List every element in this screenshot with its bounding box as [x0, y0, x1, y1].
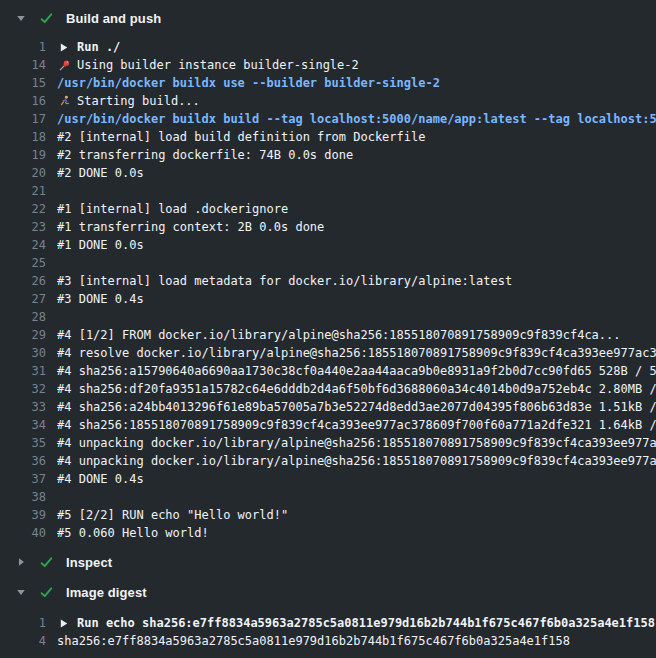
line-text-content: #4 unpacking docker.io/library/alpine@sh…	[57, 436, 656, 450]
section-image-digest: Image digest 1Run echo sha256:e7ff8834a5…	[0, 578, 656, 656]
line-text: #4 resolve docker.io/library/alpine@sha2…	[57, 346, 656, 360]
line-text: Starting build...	[57, 94, 656, 108]
line-text-content: #2 [internal] load build definition from…	[57, 130, 425, 144]
chevron-down-icon	[15, 587, 27, 597]
line-text: #4 sha256:df20fa9351a15782c64e6dddb2d4a6…	[57, 382, 656, 396]
line-text: #4 unpacking docker.io/library/alpine@sh…	[57, 454, 656, 468]
line-text-content: Run echo sha256:e7ff8834a5963a2785c5a081…	[77, 616, 655, 630]
log-line: 37#4 DONE 0.4s	[0, 470, 656, 488]
line-text-content: #1 [internal] load .dockerignore	[57, 202, 288, 216]
line-number[interactable]: 37	[0, 472, 46, 486]
log-line: 18#2 [internal] load build definition fr…	[0, 128, 656, 146]
line-number[interactable]: 33	[0, 400, 46, 414]
section-header-build-and-push[interactable]: Build and push	[0, 4, 656, 32]
line-number[interactable]: 23	[0, 220, 46, 234]
line-number[interactable]: 36	[0, 454, 46, 468]
success-check-icon	[39, 555, 54, 570]
line-text-content: #5 0.060 Hello world!	[57, 526, 209, 540]
section-build-and-push: Build and push 1Run ./14Using builder in…	[0, 4, 656, 548]
log-line: 39#5 [2/2] RUN echo "Hello world!"	[0, 506, 656, 524]
success-check-icon	[39, 585, 54, 600]
line-number[interactable]: 28	[0, 310, 46, 324]
log-line: 14Using builder instance builder-single-…	[0, 56, 656, 74]
line-number[interactable]: 20	[0, 166, 46, 180]
line-text: #2 transferring dockerfile: 74B 0.0s don…	[57, 148, 656, 162]
line-number[interactable]: 16	[0, 94, 46, 108]
log-line: 16Starting build...	[0, 92, 656, 110]
log-line: 32#4 sha256:df20fa9351a15782c64e6dddb2d4…	[0, 380, 656, 398]
log-line: 21	[0, 182, 656, 200]
line-text-content: #5 [2/2] RUN echo "Hello world!"	[57, 508, 288, 522]
line-number[interactable]: 35	[0, 436, 46, 450]
success-check-icon	[39, 11, 54, 26]
line-number[interactable]: 32	[0, 382, 46, 396]
log-line: 36#4 unpacking docker.io/library/alpine@…	[0, 452, 656, 470]
line-number[interactable]: 19	[0, 148, 46, 162]
line-text: #4 sha256:185518070891758909c9f839cf4ca3…	[57, 418, 656, 432]
line-number[interactable]: 40	[0, 526, 46, 540]
log-line: 34#4 sha256:185518070891758909c9f839cf4c…	[0, 416, 656, 434]
line-text: Using builder instance builder-single-2	[57, 58, 656, 72]
play-icon[interactable]	[57, 42, 71, 53]
line-number[interactable]: 18	[0, 130, 46, 144]
play-icon[interactable]	[57, 618, 71, 629]
line-number[interactable]: 1	[0, 40, 46, 54]
line-text: Run ./	[57, 40, 656, 54]
log-line: 23#1 transferring context: 2B 0.0s done	[0, 218, 656, 236]
line-text-content: #1 DONE 0.0s	[57, 238, 144, 252]
log-line: 19#2 transferring dockerfile: 74B 0.0s d…	[0, 146, 656, 164]
log-line: 1Run echo sha256:e7ff8834a5963a2785c5a08…	[0, 614, 656, 632]
line-text-content: #3 [internal] load metadata for docker.i…	[57, 274, 512, 288]
line-number[interactable]: 1	[0, 616, 46, 630]
line-text-content: sha256:e7ff8834a5963a2785c5a0811e979d16b…	[57, 634, 570, 648]
log-line: 4sha256:e7ff8834a5963a2785c5a0811e979d16…	[0, 632, 656, 650]
line-text-content: /usr/bin/docker buildx use --builder bui…	[57, 76, 440, 90]
line-number[interactable]: 26	[0, 274, 46, 288]
log-line: 1Run ./	[0, 38, 656, 56]
section-header-inspect[interactable]: Inspect	[0, 548, 656, 576]
line-number[interactable]: 38	[0, 490, 46, 504]
line-text: #4 sha256:a24bb4013296f61e89ba57005a7b3e…	[57, 400, 656, 414]
line-text: #4 sha256:a15790640a6690aa1730c38cf0a440…	[57, 364, 656, 378]
line-number[interactable]: 24	[0, 238, 46, 252]
log-line: 15/usr/bin/docker buildx use --builder b…	[0, 74, 656, 92]
line-text-content: #2 DONE 0.0s	[57, 166, 144, 180]
line-number[interactable]: 31	[0, 364, 46, 378]
line-number[interactable]: 39	[0, 508, 46, 522]
line-text: Run echo sha256:e7ff8834a5963a2785c5a081…	[57, 616, 656, 630]
line-text-content: #4 DONE 0.4s	[57, 472, 144, 486]
log-line: 31#4 sha256:a15790640a6690aa1730c38cf0a4…	[0, 362, 656, 380]
section-header-image-digest[interactable]: Image digest	[0, 578, 656, 606]
line-number[interactable]: 34	[0, 418, 46, 432]
line-text: #4 [1/2] FROM docker.io/library/alpine@s…	[57, 328, 656, 342]
line-text-content: #4 sha256:a15790640a6690aa1730c38cf0a440…	[57, 364, 656, 378]
chevron-down-icon	[15, 13, 27, 23]
line-number[interactable]: 29	[0, 328, 46, 342]
chevron-right-icon	[15, 557, 27, 567]
log-line: 30#4 resolve docker.io/library/alpine@sh…	[0, 344, 656, 362]
workflow-log-viewer: Build and push 1Run ./14Using builder in…	[0, 0, 656, 656]
line-number[interactable]: 14	[0, 58, 46, 72]
line-text-content: #4 resolve docker.io/library/alpine@sha2…	[57, 346, 656, 360]
line-text: #3 [internal] load metadata for docker.i…	[57, 274, 656, 288]
line-number[interactable]: 22	[0, 202, 46, 216]
log-lines-build-and-push: 1Run ./14Using builder instance builder-…	[0, 32, 656, 548]
line-text-content: /usr/bin/docker buildx build --tag local…	[57, 112, 656, 126]
line-number[interactable]: 30	[0, 346, 46, 360]
line-text-content: #2 transferring dockerfile: 74B 0.0s don…	[57, 148, 353, 162]
line-number[interactable]: 17	[0, 112, 46, 126]
line-text-content: Starting build...	[77, 94, 200, 108]
line-text-content: Run ./	[77, 40, 120, 54]
section-title: Inspect	[66, 555, 112, 570]
line-number[interactable]: 4	[0, 634, 46, 648]
log-line: 38	[0, 488, 656, 506]
line-text: #2 [internal] load build definition from…	[57, 130, 656, 144]
line-text-content: Using builder instance builder-single-2	[77, 58, 359, 72]
line-number[interactable]: 21	[0, 184, 46, 198]
line-text: #3 DONE 0.4s	[57, 292, 656, 306]
line-number[interactable]: 27	[0, 292, 46, 306]
line-number[interactable]: 25	[0, 256, 46, 270]
line-number[interactable]: 15	[0, 76, 46, 90]
log-line: 24#1 DONE 0.0s	[0, 236, 656, 254]
section-title: Image digest	[66, 585, 147, 600]
